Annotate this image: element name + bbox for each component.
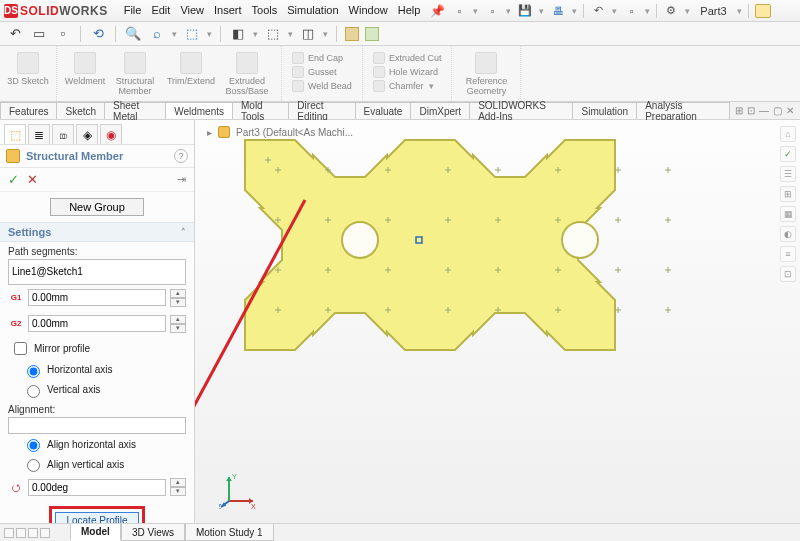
tab-analysisprep[interactable]: Analysis Preparation xyxy=(636,102,730,119)
cmd-gusset[interactable]: Gusset xyxy=(292,66,352,78)
pushpin-icon[interactable]: ⇥ xyxy=(177,173,186,186)
menu-view[interactable]: View xyxy=(180,4,204,18)
rebuild-icon[interactable]: ⟲ xyxy=(89,25,107,43)
tab-moldtools[interactable]: Mold Tools xyxy=(232,102,289,119)
bottom-tab-model[interactable]: Model xyxy=(70,524,121,541)
folder-icon[interactable] xyxy=(755,4,771,18)
cmd-end-cap[interactable]: End Cap xyxy=(292,52,352,64)
first-tab-icon[interactable] xyxy=(16,528,26,538)
orientation-triad[interactable]: X Y Z xyxy=(219,471,259,511)
menu-edit[interactable]: Edit xyxy=(151,4,170,18)
options-gear-icon[interactable]: ⚙ xyxy=(663,3,679,19)
expand-panel-icon[interactable]: ⊞ xyxy=(735,105,743,116)
help-icon[interactable]: ? xyxy=(174,149,188,163)
tab-simulation[interactable]: Simulation xyxy=(572,102,637,119)
cmd-weldment[interactable]: Weldment xyxy=(63,50,107,86)
next-tab-icon[interactable] xyxy=(40,528,50,538)
cmd-weld-bead[interactable]: Weld Bead xyxy=(292,80,352,92)
maximize-icon[interactable]: ▢ xyxy=(773,105,782,116)
save-icon[interactable]: 💾 xyxy=(517,3,533,19)
tree-expand-icon[interactable]: ▸ xyxy=(207,127,212,138)
alignment-input[interactable] xyxy=(8,417,186,434)
undo-history-icon[interactable]: ↶ xyxy=(6,25,24,43)
shaded-icon[interactable]: ◧ xyxy=(229,25,247,43)
tab-directediting[interactable]: Direct Editing xyxy=(288,102,355,119)
path-segments-input[interactable] xyxy=(8,259,186,285)
menu-insert[interactable]: Insert xyxy=(214,4,242,18)
close-icon[interactable]: ✕ xyxy=(786,105,794,116)
cmd-chamfer[interactable]: Chamfer▾ xyxy=(373,80,442,92)
menu-tools[interactable]: Tools xyxy=(252,4,278,18)
angle-spinner[interactable]: ▴▾ xyxy=(170,478,186,496)
cmd-structural-member[interactable]: Structural Member xyxy=(107,50,163,96)
g2-spinner[interactable]: ▴▾ xyxy=(170,315,186,333)
box1-icon[interactable] xyxy=(345,27,359,41)
prev-tab-icon[interactable] xyxy=(4,528,14,538)
tab-sketch[interactable]: Sketch xyxy=(56,102,105,119)
tab-evaluate[interactable]: Evaluate xyxy=(355,102,412,119)
open-doc-icon[interactable]: ▫ xyxy=(484,3,500,19)
custom-props-icon[interactable]: ≡ xyxy=(780,246,796,262)
cmd-extruded-cut[interactable]: Extruded Cut xyxy=(373,52,442,64)
select-icon[interactable]: ▭ xyxy=(30,25,48,43)
minimize-icon[interactable]: — xyxy=(759,105,769,116)
menu-window[interactable]: Window xyxy=(349,4,388,18)
home-pane-icon[interactable]: ⌂ xyxy=(780,126,796,142)
ok-button[interactable]: ✓ xyxy=(8,172,19,187)
section-icon[interactable]: ◫ xyxy=(299,25,317,43)
new-group-button[interactable]: New Group xyxy=(50,198,144,216)
mirror-profile-checkbox[interactable] xyxy=(14,342,27,355)
property-manager-tab[interactable]: ≣ xyxy=(28,124,50,144)
cmd-3d-sketch[interactable]: 3D Sketch xyxy=(6,50,50,86)
menu-file[interactable]: File xyxy=(124,4,142,18)
open-icon[interactable]: ▫ xyxy=(54,25,72,43)
dimxpert-manager-tab[interactable]: ◈ xyxy=(76,124,98,144)
tab-sheetmetal[interactable]: Sheet Metal xyxy=(104,102,166,119)
pin-icon[interactable]: 📌 xyxy=(430,4,445,18)
search-input[interactable] xyxy=(785,5,791,17)
cmd-trim-extend[interactable]: Trim/Extend xyxy=(163,50,219,86)
cmd-hole-wizard[interactable]: Hole Wizard xyxy=(373,66,442,78)
menu-help[interactable]: Help xyxy=(398,4,421,18)
tab-addins[interactable]: SOLIDWORKS Add-Ins xyxy=(469,102,573,119)
feature-manager-tab[interactable]: ⬚ xyxy=(4,124,26,144)
appearance-pane-icon[interactable]: ◐ xyxy=(780,226,796,242)
align-horizontal-radio[interactable] xyxy=(27,439,40,452)
zoom-fit-icon[interactable]: 🔍 xyxy=(124,25,142,43)
redo-icon[interactable]: ▫ xyxy=(623,3,639,19)
angle-input[interactable] xyxy=(28,479,166,496)
align-vertical-radio[interactable] xyxy=(27,459,40,472)
zoom-window-icon[interactable]: ⌕ xyxy=(148,25,166,43)
file-explorer-icon[interactable]: ⊞ xyxy=(780,186,796,202)
forum-pane-icon[interactable]: ⊡ xyxy=(780,266,796,282)
perspective-icon[interactable]: ⬚ xyxy=(264,25,282,43)
bottom-tab-3dviews[interactable]: 3D Views xyxy=(121,524,185,541)
horizontal-axis-radio[interactable] xyxy=(27,365,40,378)
help-pane-icon[interactable]: ✓ xyxy=(780,146,796,162)
design-library-icon[interactable]: ☰ xyxy=(780,166,796,182)
bottom-tab-motionstudy[interactable]: Motion Study 1 xyxy=(185,524,274,541)
g1-offset-icon: G1 xyxy=(8,290,24,306)
display-manager-tab[interactable]: ◉ xyxy=(100,124,122,144)
view-palette-icon[interactable]: ▦ xyxy=(780,206,796,222)
box2-icon[interactable] xyxy=(365,27,379,41)
last-tab-icon[interactable] xyxy=(28,528,38,538)
config-manager-tab[interactable]: ⎄ xyxy=(52,124,74,144)
vertical-axis-radio[interactable] xyxy=(27,385,40,398)
menu-simulation[interactable]: Simulation xyxy=(287,4,338,18)
g2-offset-input[interactable] xyxy=(28,315,166,332)
graphics-viewport[interactable]: ▸ Part3 (Default<As Machi... xyxy=(195,120,800,541)
print-icon[interactable]: 🖶 xyxy=(550,3,566,19)
g1-offset-input[interactable] xyxy=(28,289,166,306)
tab-dimxpert[interactable]: DimXpert xyxy=(410,102,470,119)
g1-spinner[interactable]: ▴▾ xyxy=(170,289,186,307)
cancel-button[interactable]: ✕ xyxy=(27,172,38,187)
cmd-extruded-boss[interactable]: Extruded Boss/Base xyxy=(219,50,275,96)
new-doc-icon[interactable]: ▫ xyxy=(451,3,467,19)
restore-panel-icon[interactable]: ⊡ xyxy=(747,105,755,116)
tab-features[interactable]: Features xyxy=(0,102,57,119)
undo-icon[interactable]: ↶ xyxy=(590,3,606,19)
view-cube-icon[interactable]: ⬚ xyxy=(183,25,201,43)
settings-section-header[interactable]: Settings˄ xyxy=(0,222,194,242)
tab-weldments[interactable]: Weldments xyxy=(165,102,233,119)
